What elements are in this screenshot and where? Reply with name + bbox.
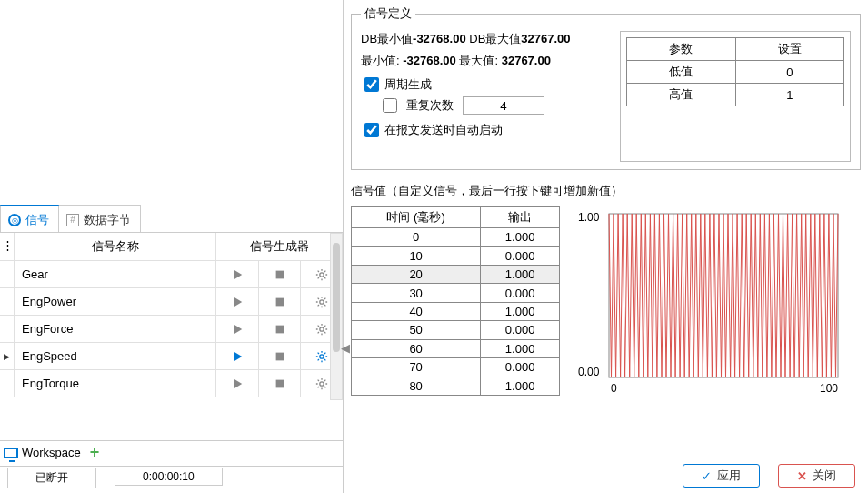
svg-rect-2 [275, 297, 284, 306]
apply-button[interactable]: ✓ 应用 [683, 464, 760, 488]
stop-button[interactable] [259, 316, 302, 342]
tab-signal-label: 信号 [25, 212, 49, 228]
svg-rect-6 [275, 352, 284, 360]
right-panel: 信号定义 DB最小值-32768.00 DB最大值32767.00 最小值: -… [344, 0, 868, 493]
signal-name[interactable]: EngForce [15, 316, 216, 342]
cell-time[interactable]: 40 [352, 302, 481, 320]
cell-time[interactable]: 20 [352, 265, 481, 283]
cell-time[interactable]: 60 [352, 339, 481, 357]
param-row0-v[interactable]: 0 [735, 61, 844, 84]
status-bar: 已断开 0:00:00:10 [0, 466, 344, 493]
cell-time[interactable]: 70 [352, 358, 481, 377]
table-row[interactable]: 100.000 [352, 246, 560, 265]
signal-name[interactable]: EngPower [15, 288, 216, 315]
workspace-label[interactable]: Workspace [22, 446, 81, 459]
cell-out[interactable]: 1.000 [481, 377, 560, 396]
cell-time[interactable]: 80 [352, 377, 481, 396]
param-h1: 参数 [627, 38, 736, 61]
signal-name[interactable]: EngTorque [15, 370, 216, 397]
play-button[interactable] [216, 343, 259, 369]
autostart-label: 在报文发送时自动启动 [384, 122, 503, 138]
signal-name[interactable]: EngSpeed [15, 343, 216, 369]
table-row[interactable]: 401.000 [352, 302, 560, 320]
cell-time[interactable]: 50 [352, 321, 481, 339]
signal-row[interactable]: EngSpeed [0, 343, 343, 370]
svg-point-9 [320, 381, 324, 385]
cell-time[interactable]: 30 [352, 284, 481, 302]
tabs: ◎ 信号 # 数据字节 [0, 205, 343, 233]
stop-button[interactable] [259, 288, 302, 315]
repeat-checkbox[interactable] [383, 98, 397, 113]
max-label: 最大值: [459, 54, 498, 67]
tab-data-bytes-label: 数据字节 [84, 212, 131, 228]
repeat-input[interactable] [463, 96, 544, 115]
time-h2: 输出 [481, 207, 560, 228]
table-row[interactable]: 801.000 [352, 377, 560, 396]
row-marker [0, 288, 15, 315]
xtick-max: 100 [820, 382, 838, 395]
stop-button[interactable] [259, 343, 302, 369]
signal-icon: ◎ [8, 214, 21, 226]
time-table[interactable]: 时间 (毫秒) 输出 01.000100.000201.000300.00040… [351, 206, 560, 396]
cell-out[interactable]: 0.000 [481, 284, 560, 302]
table-row[interactable]: 300.000 [352, 284, 560, 302]
apply-label: 应用 [717, 468, 741, 484]
play-button[interactable] [216, 316, 259, 342]
table-row[interactable]: 01.000 [352, 228, 560, 246]
cell-out[interactable]: 1.000 [481, 302, 560, 320]
stop-button[interactable] [259, 261, 302, 287]
param-row0-k[interactable]: 低值 [627, 61, 736, 84]
cell-out[interactable]: 0.000 [481, 321, 560, 339]
param-h2: 设置 [735, 38, 844, 61]
tab-signal[interactable]: ◎ 信号 [0, 205, 59, 232]
db-min-val: -32768.00 [413, 32, 466, 45]
scrollbar[interactable] [330, 233, 343, 400]
cell-out[interactable]: 1.000 [481, 339, 560, 357]
add-workspace-button[interactable]: + [85, 443, 105, 462]
signal-row[interactable]: EngTorque [0, 370, 343, 397]
autostart-checkbox[interactable] [364, 123, 379, 137]
play-button[interactable] [216, 370, 259, 397]
cell-time[interactable]: 0 [352, 228, 481, 246]
stop-button[interactable] [259, 370, 302, 397]
db-max-val: 32767.00 [521, 32, 570, 45]
table-row[interactable]: 601.000 [352, 339, 560, 357]
signal-row[interactable]: EngPower [0, 288, 343, 316]
upper-empty-area [0, 0, 343, 206]
row-marker [0, 261, 15, 287]
signal-row[interactable]: EngForce [0, 316, 343, 343]
col-gen-header[interactable]: 信号生成器 [216, 233, 343, 260]
repeat-label: 重复次数 [406, 97, 454, 114]
tab-data-bytes[interactable]: # 数据字节 [58, 205, 141, 232]
param-row1-k[interactable]: 高值 [627, 84, 736, 106]
ytick-max: 1.00 [578, 211, 600, 224]
cell-out[interactable]: 0.000 [481, 246, 560, 265]
signal-value-title: 信号值（自定义信号，最后一行按下键可增加新值） [351, 183, 861, 199]
min-val: -32768.00 [403, 54, 456, 67]
svg-point-3 [320, 299, 324, 303]
svg-rect-4 [275, 325, 284, 333]
table-row[interactable]: 201.000 [352, 265, 560, 283]
col-name-header[interactable]: 信号名称 [15, 233, 216, 260]
col-handle[interactable]: ⋮ [0, 233, 15, 260]
cell-out[interactable]: 1.000 [481, 228, 560, 246]
cell-out[interactable]: 0.000 [481, 358, 560, 377]
param-row1-v[interactable]: 1 [735, 84, 844, 106]
cell-time[interactable]: 10 [352, 246, 481, 265]
table-row[interactable]: 500.000 [352, 321, 560, 339]
play-button[interactable] [216, 261, 259, 287]
signal-definition-legend: 信号定义 [361, 5, 415, 22]
close-button[interactable]: ✕ 关闭 [778, 464, 855, 488]
table-row[interactable]: 700.000 [352, 358, 560, 377]
cell-out[interactable]: 1.000 [481, 265, 560, 283]
signal-rows: GearEngPowerEngForceEngSpeedEngTorque [0, 261, 343, 397]
scroll-thumb[interactable] [333, 243, 340, 352]
row-marker [0, 316, 15, 342]
signal-name[interactable]: Gear [15, 261, 216, 287]
periodic-checkbox[interactable] [364, 77, 379, 92]
svg-point-1 [320, 272, 324, 276]
play-button[interactable] [216, 288, 259, 315]
signal-row[interactable]: Gear [0, 261, 343, 288]
max-val: 32767.00 [502, 54, 551, 67]
param-table: 参数 设置 低值 0 高值 1 [626, 37, 844, 106]
